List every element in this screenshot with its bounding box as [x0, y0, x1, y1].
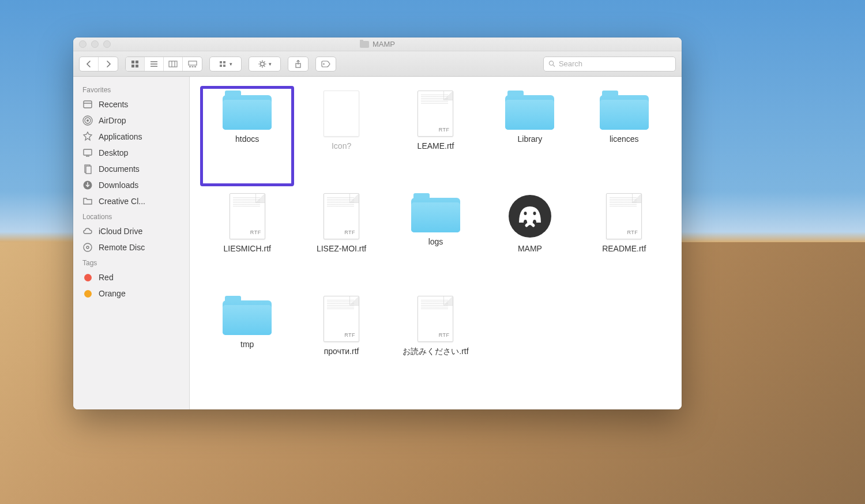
file-label: LISEZ-MOI.rtf [317, 244, 366, 253]
sidebar-item[interactable]: Applications [73, 129, 189, 145]
sidebar-item-label: Documents [99, 164, 140, 174]
file-item[interactable]: Icon? [295, 87, 387, 185]
folder-icon [223, 296, 272, 335]
close-button[interactable] [79, 40, 86, 48]
svg-point-34 [86, 119, 89, 122]
file-item[interactable]: RTFLIESMICH.rtf [201, 190, 293, 288]
airdrop-icon [82, 115, 93, 126]
tag-icon [82, 272, 93, 283]
file-label: LEAME.rtf [418, 141, 454, 151]
search-input[interactable] [559, 59, 671, 68]
sidebar-item[interactable]: Creative Cl... [73, 193, 189, 209]
icon-view-button[interactable] [126, 57, 145, 71]
svg-rect-3 [136, 65, 138, 67]
sidebar-item-label: Recents [99, 100, 128, 109]
forward-button[interactable] [99, 57, 118, 71]
back-button[interactable] [80, 57, 99, 71]
svg-rect-13 [194, 66, 196, 67]
svg-line-26 [264, 61, 265, 62]
folder-icon [360, 41, 369, 48]
file-item[interactable]: licences [578, 87, 670, 185]
svg-point-29 [323, 63, 324, 64]
svg-point-42 [84, 243, 92, 251]
svg-rect-15 [220, 65, 222, 67]
sidebar-item[interactable]: Downloads [73, 177, 189, 193]
svg-rect-14 [220, 61, 222, 63]
sidebar-item[interactable]: Red [73, 269, 189, 285]
action-button[interactable]: ▾ [249, 57, 281, 72]
svg-rect-17 [223, 65, 225, 67]
sidebar-item[interactable]: Orange [73, 285, 189, 302]
svg-rect-7 [169, 61, 177, 67]
sidebar-item[interactable]: Recents [73, 96, 189, 112]
tags-button[interactable] [315, 57, 336, 72]
titlebar[interactable]: MAMP [73, 37, 682, 51]
svg-line-25 [260, 66, 260, 66]
rtf-file-icon: RTF [606, 193, 642, 239]
toolbar: ▾ ▾ [73, 51, 682, 77]
file-item[interactable]: RTFお読みください.rtf [390, 292, 482, 390]
list-view-button[interactable] [145, 57, 164, 71]
minimize-button[interactable] [91, 40, 99, 48]
file-label: licences [610, 134, 639, 144]
sidebar-item[interactable]: Documents [73, 161, 189, 177]
file-label: прочти.rtf [324, 347, 359, 356]
file-item[interactable]: logs [390, 190, 482, 288]
file-label: logs [428, 237, 443, 246]
zoom-button[interactable] [103, 40, 111, 48]
gallery-view-button[interactable] [183, 57, 202, 71]
sidebar: FavoritesRecentsAirDropApplicationsDeskt… [73, 77, 190, 409]
folder-icon [600, 91, 649, 130]
file-grid[interactable]: htdocsIcon?RTFLEAME.rtfLibrarylicencesRT… [190, 77, 682, 409]
file-label: Library [517, 134, 542, 144]
desktop-icon [82, 148, 93, 158]
file-label: MAMP [518, 244, 542, 253]
traffic-lights [79, 40, 111, 48]
sidebar-item[interactable]: AirDrop [73, 112, 189, 129]
file-item[interactable]: tmp [201, 292, 293, 390]
svg-rect-12 [191, 66, 193, 67]
file-item[interactable]: MAMP [484, 190, 576, 288]
sidebar-header: Locations [73, 209, 189, 223]
tag-icon [82, 288, 93, 299]
file-item[interactable]: RTFREADME.rtf [578, 190, 670, 288]
arrange-button[interactable]: ▾ [209, 57, 242, 72]
file-item[interactable]: RTFLISEZ-MOI.rtf [295, 190, 387, 288]
svg-point-30 [549, 61, 553, 65]
finder-window: MAMP ▾ [73, 37, 682, 409]
rtf-file-icon: RTF [418, 91, 453, 137]
file-item[interactable]: RTFLEAME.rtf [390, 87, 482, 185]
rtf-file-icon: RTF [230, 193, 265, 239]
svg-point-18 [260, 62, 264, 65]
svg-line-23 [260, 61, 260, 62]
file-item[interactable]: Library [484, 87, 576, 185]
svg-point-43 [86, 246, 89, 249]
view-group [125, 57, 202, 72]
window-body: FavoritesRecentsAirDropApplicationsDeskt… [73, 77, 682, 409]
svg-point-45 [524, 212, 526, 215]
search-icon [548, 60, 555, 67]
app-icon [507, 193, 553, 239]
sidebar-item[interactable]: iCloud Drive [73, 223, 189, 239]
sidebar-item[interactable]: Desktop [73, 145, 189, 161]
sidebar-item[interactable]: Remote Disc [73, 239, 189, 255]
svg-rect-1 [136, 61, 138, 63]
column-view-button[interactable] [164, 57, 183, 71]
file-item[interactable]: RTFпрочти.rtf [295, 292, 387, 390]
folder-icon [505, 91, 554, 130]
share-button[interactable] [288, 57, 309, 72]
svg-rect-16 [223, 61, 225, 63]
sidebar-header: Tags [73, 255, 189, 269]
rtf-file-icon: RTF [324, 296, 359, 342]
search-field[interactable] [543, 57, 676, 72]
svg-rect-11 [189, 66, 191, 67]
file-icon [324, 91, 359, 137]
file-item[interactable]: htdocs [201, 87, 293, 185]
nav-group [79, 57, 118, 72]
svg-rect-0 [131, 61, 134, 63]
file-label: Icon? [332, 141, 351, 151]
folder-icon [411, 193, 460, 232]
sidebar-item-label: Remote Disc [99, 243, 145, 252]
sidebar-header: Favorites [73, 82, 189, 96]
applications-icon [82, 131, 93, 142]
